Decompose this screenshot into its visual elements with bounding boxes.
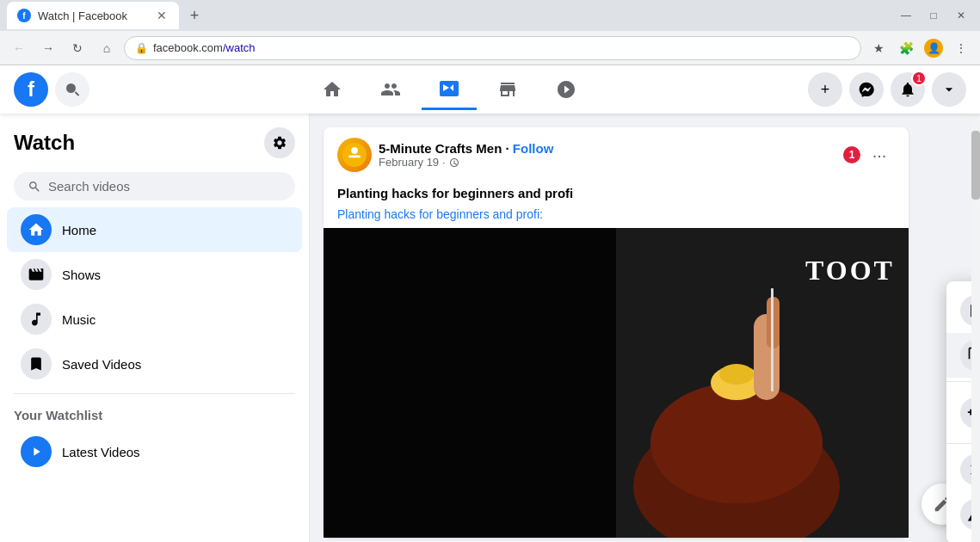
forward-button[interactable]: → <box>36 36 60 60</box>
sidebar-item-home[interactable]: Home <box>7 207 302 252</box>
nav-groups[interactable] <box>539 69 594 110</box>
video-content: TOOT <box>324 228 909 538</box>
post-title: Planting hacks for beginners and profi <box>324 182 909 207</box>
sidebar-home-label: Home <box>62 223 96 237</box>
sidebar-shows-label: Shows <box>62 268 101 282</box>
nav-marketplace[interactable] <box>480 69 535 110</box>
tab-title: Watch | Facebook <box>38 9 148 22</box>
menu-divider-1 <box>946 381 971 382</box>
svg-point-6 <box>650 383 823 503</box>
post-card: 5-Minute Crafts Men · Follow February 19… <box>324 127 909 538</box>
latest-videos-icon <box>21 436 52 467</box>
scrollbar-track[interactable] <box>971 114 980 542</box>
window-minimize-button[interactable]: — <box>894 3 918 28</box>
sidebar-latest-label: Latest Videos <box>62 445 140 459</box>
profile-button[interactable]: 👤 <box>921 36 946 60</box>
refresh-button[interactable]: ↻ <box>65 36 89 60</box>
report-video-icon <box>960 499 971 530</box>
sidebar-item-music[interactable]: Music <box>7 297 302 342</box>
tab-favicon: f <box>17 9 31 22</box>
post-video[interactable]: TOOT <box>324 228 909 538</box>
sidebar: Watch Home <box>0 114 310 542</box>
post-avatar <box>337 138 372 172</box>
svg-point-0 <box>342 143 367 167</box>
url-text: facebook.com/watch <box>153 41 256 54</box>
back-button[interactable]: ← <box>7 36 31 60</box>
menu-item-follow[interactable]: Follow 5-Minute Crafts Men Start seeing … <box>946 385 971 440</box>
hide-video-icon <box>960 454 971 485</box>
browser-tab[interactable]: f Watch | Facebook ✕ <box>7 2 179 29</box>
save-video-icon <box>960 295 971 326</box>
post-header: 5-Minute Crafts Men · Follow February 19… <box>324 127 909 182</box>
settings-button[interactable] <box>264 127 295 158</box>
more-button[interactable]: ⋮ <box>949 36 973 60</box>
menu-item-save-video[interactable]: Save video Add this to Saved Videos <box>946 288 971 333</box>
security-icon: 🔒 <box>135 42 148 54</box>
facebook-header: f <box>0 65 980 114</box>
menu-item-report-video[interactable]: Report video I'm concerned about this vi… <box>946 492 971 537</box>
address-bar[interactable]: 🔒 facebook.com/watch <box>124 36 861 60</box>
more-options-button[interactable]: ··· <box>864 139 895 170</box>
sidebar-item-latest-videos[interactable]: Latest Videos <box>7 429 302 474</box>
facebook-app: f <box>0 65 980 542</box>
sidebar-item-saved[interactable]: Saved Videos <box>7 342 302 386</box>
svg-rect-12 <box>771 288 774 391</box>
browser-titlebar: f Watch | Facebook ✕ + — □ ✕ <box>0 0 980 31</box>
scrollbar-thumb[interactable] <box>971 131 980 200</box>
browser-toolbar: ← → ↻ ⌂ 🔒 facebook.com/watch ★ 🧩 👤 ⋮ <box>0 31 980 65</box>
follow-link[interactable]: Follow <box>513 141 554 156</box>
menu-divider-2 <box>946 443 971 444</box>
notifications-wrapper: 1 <box>891 72 925 107</box>
sidebar-item-shows[interactable]: Shows <box>7 252 302 297</box>
account-button[interactable] <box>932 72 966 107</box>
messenger-button[interactable] <box>849 72 884 107</box>
bookmark-button[interactable]: ★ <box>866 36 891 60</box>
main-content: 5-Minute Crafts Men · Follow February 19… <box>310 114 971 542</box>
new-tab-button[interactable]: + <box>182 3 206 28</box>
window-controls: — □ ✕ <box>894 3 973 28</box>
post-author: 5-Minute Crafts Men · Follow <box>379 141 836 156</box>
post-time: February 19 · <box>379 156 836 169</box>
saved-icon <box>21 348 52 379</box>
svg-rect-13 <box>324 228 616 538</box>
post-subtitle: Planting hacks for beginners and profi: <box>324 207 909 228</box>
nav-watch[interactable] <box>422 69 477 110</box>
create-button[interactable]: + <box>808 72 842 107</box>
post-badge: 1 <box>843 146 860 163</box>
shows-icon <box>21 259 52 290</box>
svg-rect-2 <box>348 156 361 158</box>
music-icon <box>21 304 52 335</box>
tab-close-button[interactable]: ✕ <box>155 9 169 22</box>
facebook-main: Watch Home <box>0 114 980 542</box>
nav-home[interactable] <box>305 69 360 110</box>
svg-text:TOOT: TOOT <box>805 255 895 286</box>
notification-badge: 1 <box>911 71 927 86</box>
svg-point-1 <box>351 147 358 154</box>
menu-item-hide-video[interactable]: Hide video See fewer videos like this <box>946 447 971 492</box>
copy-link-icon <box>960 340 971 371</box>
post-meta: 5-Minute Crafts Men · Follow February 19… <box>379 141 836 169</box>
toolbar-actions: ★ 🧩 👤 ⋮ <box>866 36 973 60</box>
context-menu: Save video Add this to Saved Videos Copy… <box>946 281 971 542</box>
sidebar-saved-label: Saved Videos <box>62 357 141 372</box>
sidebar-title: Watch <box>14 131 75 155</box>
home-icon <box>21 214 52 245</box>
extensions-button[interactable]: 🧩 <box>894 36 918 60</box>
window-close-button[interactable]: ✕ <box>949 3 973 28</box>
nav-friends[interactable] <box>363 69 418 110</box>
watchlist-title: Your Watchlist <box>0 401 309 429</box>
search-input[interactable] <box>48 179 281 194</box>
window-maximize-button[interactable]: □ <box>921 3 946 28</box>
sidebar-divider <box>14 393 295 394</box>
svg-point-9 <box>719 364 754 385</box>
sidebar-music-label: Music <box>62 312 96 327</box>
search-bar[interactable] <box>14 172 295 200</box>
menu-item-copy-link[interactable]: Copy link 2 <box>946 333 971 378</box>
post-actions: 1 ··· <box>843 139 895 170</box>
header-search-button[interactable] <box>55 72 89 107</box>
header-actions: + 1 <box>808 72 966 107</box>
sidebar-header: Watch <box>0 120 309 165</box>
browser-frame: f Watch | Facebook ✕ + — □ ✕ ← → ↻ ⌂ 🔒 f… <box>0 0 980 542</box>
facebook-nav <box>96 69 801 110</box>
home-button[interactable]: ⌂ <box>95 36 119 60</box>
